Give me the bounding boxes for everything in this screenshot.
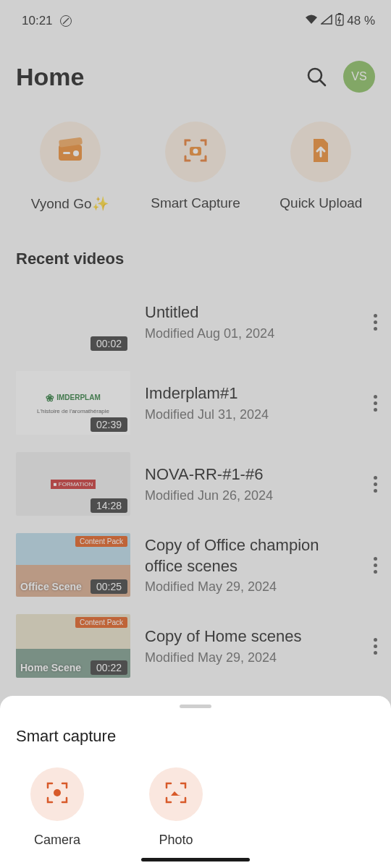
sheet-drag-handle[interactable] (180, 705, 211, 708)
android-nav-indicator[interactable] (141, 858, 250, 861)
app-root: 10:21 48 % Home VS (0, 0, 391, 868)
sheet-action-photo[interactable]: Photo (149, 767, 203, 848)
smart-capture-sheet: Smart capture Camera Photo (0, 696, 391, 868)
photo-target-icon (162, 779, 190, 809)
sheet-action-label: Photo (159, 833, 193, 848)
sheet-title: Smart capture (0, 727, 391, 760)
camera-target-icon (43, 779, 71, 809)
sheet-action-label: Camera (34, 833, 80, 848)
svg-point-11 (54, 789, 61, 796)
sheet-action-camera[interactable]: Camera (30, 767, 84, 848)
